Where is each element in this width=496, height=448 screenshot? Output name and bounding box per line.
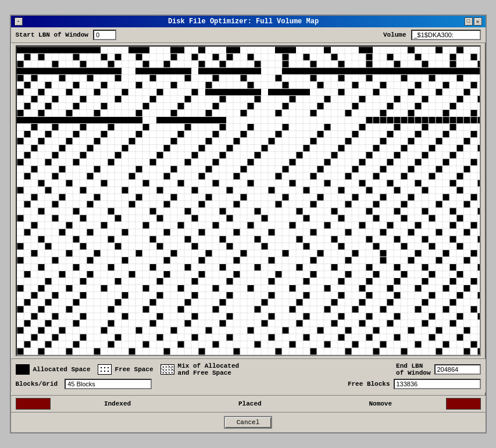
maximize-button[interactable]: □ — [465, 17, 473, 26]
volume-map — [16, 45, 481, 356]
start-lbn-input[interactable] — [93, 30, 116, 40]
free-legend: Free Space — [98, 364, 154, 375]
cancel-button[interactable]: Cancel — [224, 416, 273, 429]
nomove-block — [446, 398, 481, 410]
status-bar: Indexed Placed Nomove — [11, 395, 486, 412]
end-lbn-label2: of Window — [396, 369, 430, 376]
legend-right: End LBN of Window — [396, 362, 480, 376]
toolbar-right: Volume — [383, 30, 481, 40]
blocks-grid-input[interactable] — [65, 379, 152, 389]
status-labels: Indexed Placed Nomove — [51, 400, 446, 407]
blocks-grid-label: Blocks/Grid — [16, 381, 58, 387]
legend-row-2: Blocks/Grid Free Blocks — [16, 379, 481, 389]
end-lbn-label: End LBN — [396, 362, 430, 369]
allocated-legend: Allocated Space — [16, 364, 91, 375]
end-lbn-stat: End LBN of Window — [396, 362, 480, 376]
volume-label: Volume — [383, 31, 406, 38]
legend-area: Allocated Space Free Space Mix of Alloca… — [11, 358, 486, 393]
end-lbn-value[interactable] — [434, 364, 481, 375]
allocated-icon — [16, 364, 30, 375]
free-blocks-input[interactable] — [394, 379, 481, 389]
free-icon — [98, 364, 112, 375]
cancel-row: Cancel — [11, 412, 486, 432]
end-lbn-labels: End LBN of Window — [396, 362, 430, 376]
title-buttons: □ ✕ — [465, 17, 482, 26]
mix-legend: Mix of Allocated and Free Space — [160, 362, 240, 376]
main-window: - Disk File Optimizer: Full Volume Map □… — [10, 15, 487, 433]
indexed-block — [16, 398, 51, 410]
free-label: Free Space — [115, 366, 154, 373]
toolbar: Start LBN of Window Volume — [11, 27, 486, 43]
mix-icon — [160, 364, 174, 375]
indexed-label: Indexed — [104, 400, 131, 407]
start-lbn-label: Start LBN of Window — [16, 31, 88, 38]
minimize-button[interactable]: - — [15, 17, 23, 26]
volume-input[interactable] — [411, 30, 481, 40]
window-title: Disk File Optimizer: Full Volume Map — [23, 17, 465, 26]
free-blocks-stat: Free Blocks — [348, 379, 481, 389]
allocated-label: Allocated Space — [33, 366, 91, 373]
placed-label: Placed — [238, 400, 262, 407]
mix-label: Mix of Allocated — [178, 362, 240, 369]
free-blocks-label: Free Blocks — [348, 381, 390, 387]
title-bar: - Disk File Optimizer: Full Volume Map □… — [11, 16, 486, 27]
nomove-label: Nomove — [369, 400, 392, 407]
legend-row-1: Allocated Space Free Space Mix of Alloca… — [16, 362, 481, 376]
map-canvas — [17, 47, 481, 355]
close-button[interactable]: ✕ — [474, 17, 482, 26]
mix-label-block: Mix of Allocated and Free Space — [178, 362, 240, 376]
mix-label2: and Free Space — [178, 369, 240, 376]
